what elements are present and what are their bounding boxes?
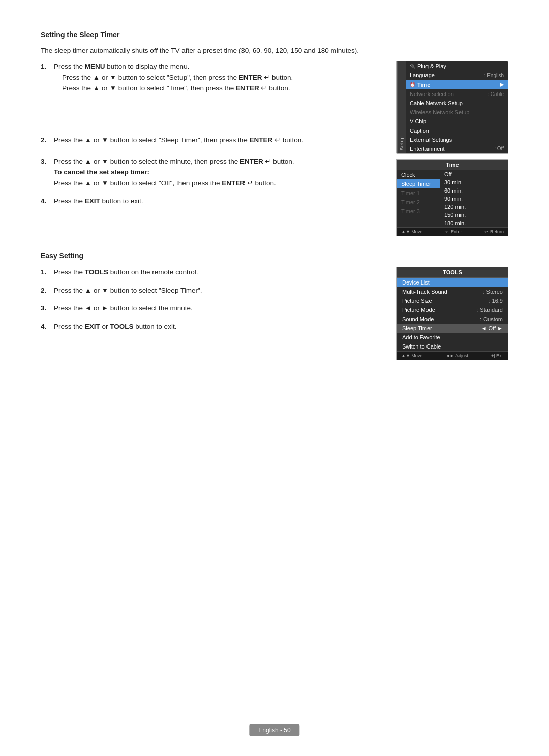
setup-sidebar: Setup 🔌 Plug & Play Language : English	[397, 61, 508, 153]
tools-row-device-list-highlighted: Device List	[397, 278, 508, 287]
tools-multi-track-label: Multi-Track Sound	[402, 289, 481, 295]
screenshots-col-1: Setup 🔌 Plug & Play Language : English	[396, 61, 508, 236]
tools-row-add-favorite: Add to Favorite	[397, 333, 508, 342]
easy-step-num-1: 1.	[41, 267, 50, 278]
step-num-1: 1.	[41, 61, 50, 72]
menu-network-sel-value: : Cable	[487, 91, 504, 97]
time-option-off: Off	[440, 170, 508, 178]
step-1-sub-2: Press the ▲ or ▼ button to select "Time"…	[62, 84, 290, 92]
menu-entertainment-label: Entertainment	[410, 146, 494, 152]
tools-device-list-label: Device List	[402, 279, 430, 286]
menu-time-highlighted: ⏰ Time ▶	[406, 80, 508, 89]
tools-picture-mode-value: Standard	[480, 307, 503, 313]
tools-menu-footer: ▲▼ Move ◄► Adjust +| Exit	[397, 351, 508, 360]
footer-move: ▲▼ Move	[401, 229, 422, 234]
easy-step-num-4: 4.	[41, 321, 50, 332]
step-2: 2. Press the ▲ or ▼ button to select "Sl…	[41, 135, 376, 146]
easy-step-content-3: Press the ◄ or ► button to select the mi…	[54, 303, 376, 314]
tools-row-picture-mode: Picture Mode : Standard	[397, 305, 508, 314]
easy-step-num-3: 3.	[41, 303, 50, 314]
tools-picture-size-colon: :	[489, 298, 490, 304]
intro-text: The sleep timer automatically shuts off …	[41, 46, 508, 56]
setup-side-tab: Setup	[397, 61, 406, 153]
tools-row-multi-track: Multi-Track Sound : Stereo	[397, 287, 508, 296]
tools-footer-exit: +| Exit	[491, 353, 504, 358]
footer-enter: ↵ Enter	[445, 229, 462, 234]
setup-menu-content: 🔌 Plug & Play Language : English ⏰ Time …	[406, 61, 508, 153]
step-content-3: Press the ▲ or ▼ button to select the mi…	[54, 156, 376, 189]
time-menu-footer: ▲▼ Move ↵ Enter ↩ Return	[397, 227, 508, 236]
time-row-clock: Clock	[397, 170, 440, 179]
menu-cable-network: Cable Network Setup	[406, 99, 508, 108]
tools-sound-mode-value: Custom	[483, 316, 503, 322]
menu-vchip: V-Chip	[406, 117, 508, 126]
tv-screenshot-setup: Setup 🔌 Plug & Play Language : English	[396, 61, 508, 154]
easy-step-content-4: Press the EXIT or TOOLS button to exit.	[54, 321, 376, 332]
footer-return: ↩ Return	[484, 229, 504, 234]
menu-entertainment-value: : Off	[494, 146, 504, 152]
tools-picture-size-label: Picture Size	[402, 298, 486, 304]
tools-sound-mode-colon: :	[480, 316, 481, 322]
easy-step-3: 3. Press the ◄ or ► button to select the…	[41, 303, 376, 314]
tools-multi-track-colon: :	[483, 289, 484, 295]
tools-footer-adjust: ◄► Adjust	[445, 353, 468, 358]
tools-sound-mode-label: Sound Mode	[402, 316, 478, 322]
menu-time-label: Time	[417, 82, 500, 88]
time-option-120: 120 min.	[440, 203, 508, 211]
menu-caption: Caption	[406, 126, 508, 135]
time-menu-body: Clock Sleep Timer Timer 1 Timer 2 Timer …	[397, 170, 508, 227]
step-content-4: Press the EXIT button to exit.	[54, 196, 376, 207]
tools-row-switch-cable: Switch to Cable	[397, 342, 508, 351]
time-row-timer2: Timer 2	[397, 198, 440, 207]
tools-multi-track-value: Stereo	[486, 289, 503, 295]
section-title-1: Setting the Sleep Timer	[41, 30, 508, 39]
tools-row-sleep-timer: Sleep Timer ◄ Off ►	[397, 324, 508, 333]
tools-sleep-timer-label: Sleep Timer	[402, 325, 481, 331]
section-sleep-timer: Setting the Sleep Timer The sleep timer …	[41, 30, 508, 236]
easy-steps-left: 1. Press the TOOLS button on the remote …	[41, 267, 376, 360]
cancel-label: To cancel the set sleep timer:	[54, 168, 149, 176]
tools-picture-mode-colon: :	[476, 307, 478, 313]
menu-network-sel-label: Network selection	[410, 91, 487, 97]
easy-steps-area: 1. Press the TOOLS button on the remote …	[41, 267, 508, 360]
step-num-3: 3.	[41, 156, 50, 167]
step-num-4: 4.	[41, 196, 50, 207]
step-num-2: 2.	[41, 135, 50, 146]
easy-step-content-1: Press the TOOLS button on the remote con…	[54, 267, 376, 278]
tools-picture-mode-label: Picture Mode	[402, 307, 474, 313]
steps-area-1: 1. Press the MENU button to display the …	[41, 61, 508, 236]
time-menu-header: Time	[397, 160, 508, 170]
time-menu-left: Clock Sleep Timer Timer 1 Timer 2 Timer …	[397, 170, 440, 227]
menu-plug-play-label: Plug & Play	[417, 63, 446, 69]
tv-screenshot-time: Time Clock Sleep Timer Timer 1 Timer 2 T…	[396, 159, 508, 236]
step-3: 3. Press the ▲ or ▼ button to select the…	[41, 156, 376, 189]
section-title-2: Easy Setting	[41, 251, 508, 260]
menu-network-sel: Network selection : Cable	[406, 89, 508, 99]
menu-language-value: : English	[484, 73, 504, 78]
step-content-1: Press the MENU button to display the men…	[54, 61, 376, 94]
time-option-150: 150 min.	[440, 211, 508, 219]
step-content-2: Press the ▲ or ▼ button to select "Sleep…	[54, 135, 376, 146]
time-option-60: 60 min.	[440, 186, 508, 195]
time-row-timer1: Timer 1	[397, 188, 440, 198]
tools-switch-cable-label: Switch to Cable	[402, 343, 503, 350]
easy-step-4: 4. Press the EXIT or TOOLS button to exi…	[41, 321, 376, 332]
tools-footer-move: ▲▼ Move	[401, 353, 422, 358]
menu-time-arrow: ▶	[500, 81, 504, 88]
tools-picture-size-value: 16:9	[492, 298, 503, 304]
menu-language-label: Language	[410, 72, 484, 78]
step-1-sub-1: Press the ▲ or ▼ button to select "Setup…	[62, 74, 293, 81]
tools-row-picture-size: Picture Size : 16:9	[397, 296, 508, 305]
time-menu-right: Off 30 min. 60 min. 90 min. 120 min. 150…	[440, 170, 508, 227]
tools-add-favorite-label: Add to Favorite	[402, 334, 503, 340]
easy-step-num-2: 2.	[41, 285, 50, 296]
step-1: 1. Press the MENU button to display the …	[41, 61, 376, 94]
page-content: Setting the Sleep Timer The sleep timer …	[0, 0, 549, 401]
section-easy-setting: Easy Setting 1. Press the TOOLS button o…	[41, 251, 508, 360]
menu-language: Language : English	[406, 71, 508, 80]
time-row-sleep: Sleep Timer	[397, 179, 440, 188]
step-4: 4. Press the EXIT button to exit.	[41, 196, 376, 207]
tools-menu-header: TOOLS	[397, 267, 508, 278]
menu-plug-play: 🔌 Plug & Play	[406, 61, 508, 71]
easy-step-1: 1. Press the TOOLS button on the remote …	[41, 267, 376, 278]
